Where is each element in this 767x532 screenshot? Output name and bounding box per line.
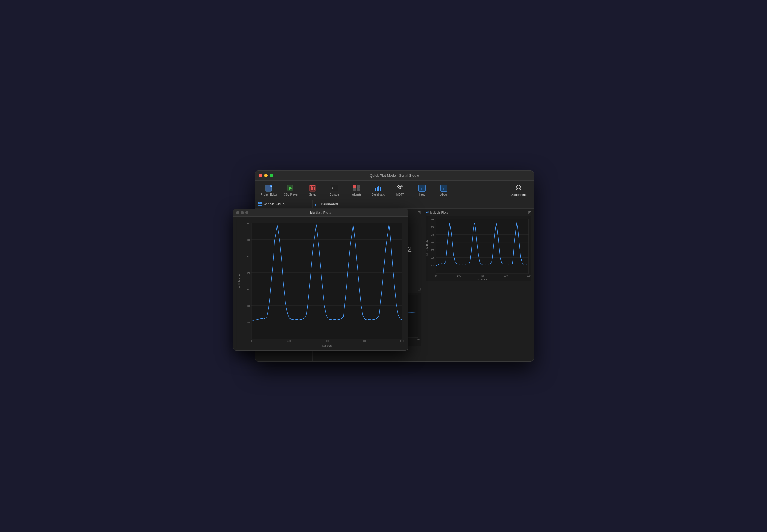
float-minimize[interactable] bbox=[241, 211, 244, 214]
multiple-plots-expand-icon[interactable]: ⊡ bbox=[528, 210, 531, 215]
multiple-plots-svg: 585 580 575 570 565 560 555 0 200 400 bbox=[426, 216, 532, 281]
svg-rect-16 bbox=[357, 185, 360, 188]
svg-text:570: 570 bbox=[430, 241, 434, 244]
float-chart-svg: 585 580 575 570 565 560 555 0 200 400 60… bbox=[236, 219, 406, 348]
dashboard-header-icon bbox=[315, 202, 319, 206]
console-icon: >_ bbox=[330, 184, 339, 192]
title-bar: Quick Plot Mode - Serial Studio bbox=[255, 171, 533, 181]
svg-text:585: 585 bbox=[430, 218, 434, 221]
svg-rect-34 bbox=[258, 202, 260, 204]
dashboard-title: Dashboard bbox=[321, 202, 338, 206]
data-grid-expand-icon[interactable]: ⊡ bbox=[418, 210, 421, 215]
svg-text:0: 0 bbox=[251, 340, 252, 342]
disconnect-button[interactable]: Disconnect bbox=[506, 182, 531, 199]
svg-rect-39 bbox=[317, 203, 317, 206]
toolbar-item-project-editor[interactable]: Project Editor bbox=[258, 182, 280, 199]
float-window-title: Multiple Plots bbox=[234, 211, 408, 215]
svg-rect-40 bbox=[318, 203, 319, 206]
widget-setup-icon bbox=[258, 202, 262, 206]
svg-text:i: i bbox=[421, 186, 422, 191]
svg-rect-38 bbox=[315, 204, 316, 206]
svg-rect-12 bbox=[310, 185, 315, 186]
svg-text:565: 565 bbox=[247, 288, 250, 291]
svg-rect-36 bbox=[258, 205, 260, 206]
svg-rect-24 bbox=[419, 185, 425, 191]
close-button[interactable] bbox=[259, 174, 262, 177]
svg-text:200: 200 bbox=[287, 340, 291, 342]
widgets-icon bbox=[352, 184, 361, 192]
multiple-plots-cell-header: Multiple Plots ⊡ bbox=[423, 209, 534, 216]
setup-label: Setup bbox=[309, 193, 316, 196]
svg-rect-76 bbox=[252, 223, 402, 339]
toolbar-item-dashboard[interactable]: Dashboard bbox=[367, 182, 389, 199]
svg-point-23 bbox=[399, 187, 401, 189]
bottom-left-expand-icon[interactable]: ⊡ bbox=[418, 287, 421, 291]
svg-rect-1 bbox=[267, 187, 269, 187]
widgets-label: Widgets bbox=[352, 193, 361, 196]
svg-rect-18 bbox=[357, 188, 360, 191]
float-traffic-lights bbox=[236, 211, 249, 214]
float-close[interactable] bbox=[236, 211, 239, 214]
svg-rect-3 bbox=[267, 189, 270, 189]
svg-text:575: 575 bbox=[247, 255, 250, 258]
svg-text:Multiple Plots: Multiple Plots bbox=[238, 274, 241, 288]
svg-rect-11 bbox=[314, 187, 315, 190]
svg-rect-17 bbox=[353, 188, 356, 191]
help-icon: i bbox=[418, 184, 426, 192]
about-label: About bbox=[440, 193, 447, 196]
project-editor-icon bbox=[265, 184, 273, 192]
toolbar-item-widgets[interactable]: Widgets bbox=[346, 182, 367, 199]
toolbar-item-csv-player[interactable]: CSV Player bbox=[280, 182, 302, 199]
disconnect-label: Disconnect bbox=[510, 193, 526, 196]
minimize-button[interactable] bbox=[264, 174, 268, 177]
project-editor-label: Project Editor bbox=[261, 193, 277, 196]
toolbar-item-help[interactable]: i Help bbox=[411, 182, 433, 199]
svg-text:585: 585 bbox=[247, 222, 250, 225]
mqtt-icon bbox=[396, 184, 405, 192]
svg-text:0: 0 bbox=[435, 274, 436, 277]
toolbar-item-setup[interactable]: Setup bbox=[302, 182, 324, 199]
svg-text:800: 800 bbox=[400, 340, 404, 342]
svg-text:580: 580 bbox=[430, 226, 434, 229]
svg-text:565: 565 bbox=[430, 249, 434, 252]
toolbar-item-console[interactable]: >_ Console bbox=[324, 182, 346, 199]
console-label: Console bbox=[330, 193, 340, 196]
svg-text:560: 560 bbox=[430, 256, 434, 259]
dashboard-header: Dashboard bbox=[313, 200, 533, 209]
mqtt-label: MQTT bbox=[396, 193, 404, 196]
toolbar-item-mqtt[interactable]: MQTT bbox=[389, 182, 411, 199]
svg-text:580: 580 bbox=[247, 239, 250, 241]
disconnect-icon bbox=[514, 184, 523, 192]
svg-text:200: 200 bbox=[457, 274, 461, 277]
svg-rect-10 bbox=[312, 187, 313, 190]
svg-rect-21 bbox=[378, 186, 379, 191]
toolbar-item-about[interactable]: i About bbox=[433, 182, 455, 199]
float-fullscreen[interactable] bbox=[246, 211, 249, 214]
svg-text:Samples: Samples bbox=[477, 278, 487, 281]
about-icon: i bbox=[439, 184, 448, 192]
svg-text:555: 555 bbox=[247, 321, 250, 324]
setup-icon bbox=[308, 184, 317, 192]
float-window: Multiple Plots 585 580 575 570 565 560 bbox=[233, 209, 408, 351]
fullscreen-button[interactable] bbox=[270, 174, 273, 177]
svg-rect-22 bbox=[380, 187, 381, 191]
svg-text:555: 555 bbox=[430, 264, 434, 267]
svg-text:Samples: Samples bbox=[322, 344, 332, 347]
dashboard-icon bbox=[374, 184, 383, 192]
svg-rect-48 bbox=[436, 219, 528, 274]
svg-rect-35 bbox=[260, 202, 262, 204]
multiple-plots-cell: Multiple Plots ⊡ bbox=[423, 209, 534, 285]
dashboard-label: Dashboard bbox=[372, 193, 385, 196]
svg-text:570: 570 bbox=[247, 272, 250, 274]
svg-line-29 bbox=[516, 188, 517, 190]
svg-text:600: 600 bbox=[363, 340, 367, 342]
svg-line-30 bbox=[520, 188, 521, 190]
toolbar: Project Editor CSV Player bbox=[255, 181, 533, 200]
svg-text:800: 800 bbox=[416, 338, 420, 341]
svg-text:560: 560 bbox=[247, 305, 250, 307]
float-title-bar: Multiple Plots bbox=[234, 209, 408, 217]
float-window-content: 585 580 575 570 565 560 555 0 200 400 60… bbox=[234, 217, 408, 350]
window-title: Quick Plot Mode - Serial Studio bbox=[370, 173, 419, 178]
svg-text:i: i bbox=[442, 186, 444, 191]
sidebar-title: Widget Setup bbox=[264, 202, 285, 206]
